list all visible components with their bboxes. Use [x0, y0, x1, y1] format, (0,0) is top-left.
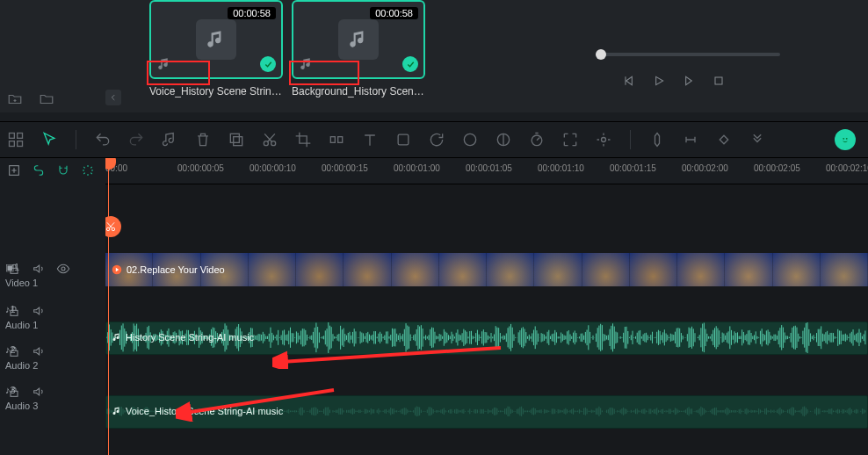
- preview-seekbar[interactable]: [596, 53, 780, 56]
- media-back-button[interactable]: [105, 90, 121, 105]
- crop-frame-icon[interactable]: [561, 131, 579, 148]
- eye-icon[interactable]: [56, 262, 70, 276]
- ripple-icon[interactable]: [328, 131, 345, 148]
- rotate-icon[interactable]: [428, 131, 445, 148]
- keyframe-icon[interactable]: [715, 131, 733, 148]
- video-track[interactable]: 02.Replace Your Video: [105, 253, 868, 286]
- layout-icon[interactable]: [7, 131, 25, 148]
- media-item-label: Voice_History Scene String-...: [149, 85, 283, 98]
- folder-icon[interactable]: [39, 91, 54, 107]
- color-icon[interactable]: [461, 131, 479, 148]
- delete-icon[interactable]: [194, 131, 212, 148]
- svg-rect-10: [338, 137, 343, 143]
- svg-rect-2: [18, 134, 23, 139]
- redo-icon[interactable]: [127, 131, 145, 148]
- svg-rect-1: [10, 134, 15, 139]
- speed-icon[interactable]: [528, 131, 546, 148]
- mute-icon[interactable]: [32, 304, 46, 318]
- ruler-tick: 00:00:01:00: [394, 163, 440, 173]
- magnet-icon[interactable]: [56, 163, 70, 177]
- ruler-tick: 00:00:02:05: [754, 163, 800, 173]
- tracking-icon[interactable]: [595, 131, 612, 148]
- audio-track-index: ♪1: [5, 304, 21, 316]
- video-track-label: Video 1: [5, 278, 38, 288]
- timeline-ruler[interactable]: 00:0000:00:00:0500:00:00:1000:00:00:1500…: [105, 158, 868, 184]
- ruler-tick: 00:00:00:05: [177, 163, 224, 173]
- track-add-icon[interactable]: [7, 163, 21, 177]
- media-duration: 00:00:58: [370, 7, 418, 19]
- ruler-tick: 00:00:00:15: [322, 163, 368, 173]
- auto-icon[interactable]: [81, 163, 95, 177]
- range-icon[interactable]: [682, 131, 699, 148]
- svg-point-18: [846, 138, 848, 140]
- highlight-box: [289, 61, 359, 85]
- ruler-tick: 00:00:02:00: [682, 163, 728, 173]
- annotation-arrow-icon: [272, 343, 510, 369]
- timeline[interactable]: 00:0000:00:00:0500:00:00:1000:00:00:1500…: [105, 158, 868, 455]
- undo-icon[interactable]: [94, 131, 112, 148]
- svg-rect-16: [720, 135, 727, 143]
- svg-line-28: [281, 348, 501, 362]
- next-frame-icon[interactable]: [682, 74, 696, 88]
- folder-add-icon[interactable]: [7, 91, 23, 107]
- svg-rect-5: [234, 137, 242, 146]
- video-clip-label: 02.Replace Your Video: [111, 264, 225, 276]
- cut-icon[interactable]: [261, 131, 278, 148]
- audio-track-label: Audio 3: [5, 401, 38, 411]
- ruler-tick: 00:00:01:10: [538, 163, 584, 173]
- playhead[interactable]: [108, 158, 109, 455]
- stop-icon[interactable]: [712, 74, 726, 88]
- music-note-icon: [347, 28, 370, 51]
- marker-icon[interactable]: [648, 131, 666, 148]
- media-item[interactable]: 00:00:58 Voice_History Scene String-...: [149, 0, 283, 98]
- play-badge-icon: [111, 264, 123, 276]
- mute-icon[interactable]: [32, 344, 46, 358]
- copy-icon[interactable]: [228, 131, 245, 148]
- svg-rect-9: [330, 137, 335, 143]
- svg-line-29: [184, 390, 334, 413]
- text-icon[interactable]: [361, 131, 379, 148]
- audio-track-index: ♪3: [5, 385, 21, 397]
- audio-track-label: Audio 2: [5, 360, 38, 371]
- shape-icon[interactable]: [394, 131, 412, 148]
- selected-check-icon: [260, 56, 276, 72]
- crop-icon[interactable]: [294, 131, 312, 148]
- svg-rect-3: [10, 141, 15, 147]
- assistant-avatar[interactable]: [835, 129, 856, 150]
- ruler-tick: 00:00:01:15: [610, 163, 656, 173]
- video-track-index: ▣1: [5, 262, 21, 274]
- ruler-tick: 00:00:01:05: [466, 163, 512, 173]
- svg-point-17: [843, 138, 844, 140]
- ruler-tick: 00:00:02:10: [826, 163, 868, 173]
- more-icon[interactable]: [749, 131, 766, 148]
- media-left-icons: [0, 0, 149, 112]
- mute-icon[interactable]: [32, 262, 46, 276]
- track-header-column: ▣1 Video 1 ♪1 Audio 1 ♪2 Audio 2 ♪3 Audi…: [0, 158, 105, 455]
- scissors-icon[interactable]: [105, 216, 121, 237]
- audio-clip-label: History Scene String-AI music: [112, 332, 254, 343]
- audio-track-label: Audio 1: [5, 320, 38, 330]
- svg-rect-0: [715, 77, 722, 84]
- link-icon[interactable]: [32, 163, 46, 177]
- cursor-icon[interactable]: [40, 131, 58, 148]
- prev-frame-icon[interactable]: [622, 74, 636, 88]
- play-icon[interactable]: [652, 74, 666, 88]
- svg-point-12: [464, 134, 475, 145]
- preview-controls: [596, 53, 780, 88]
- media-item-label: Background_History Scene S...: [292, 85, 425, 98]
- svg-rect-6: [230, 134, 239, 142]
- selected-check-icon: [402, 56, 418, 72]
- audio-track-index: ♪2: [5, 344, 21, 357]
- timeline-toolbar: [0, 121, 868, 158]
- music-note-icon: [205, 28, 228, 51]
- music-tool-icon[interactable]: [161, 131, 178, 148]
- highlight-box: [147, 61, 210, 85]
- svg-point-14: [532, 135, 542, 146]
- svg-rect-11: [398, 134, 409, 145]
- svg-rect-4: [18, 141, 23, 147]
- mute-icon[interactable]: [32, 385, 46, 399]
- media-item[interactable]: 00:00:58 Background_History Scene S...: [292, 0, 425, 98]
- adjust-icon[interactable]: [495, 131, 512, 148]
- ruler-tick: 00:00:00:10: [250, 163, 296, 173]
- svg-point-15: [602, 138, 606, 142]
